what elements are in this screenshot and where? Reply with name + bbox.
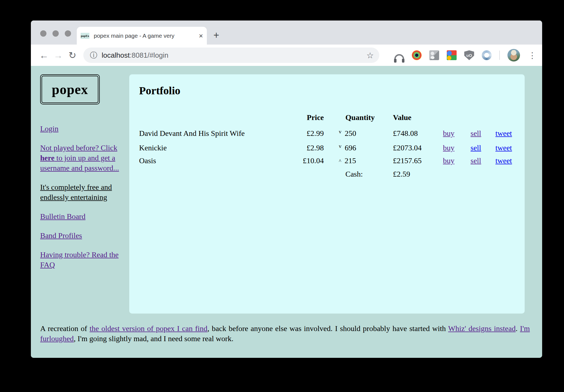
- browser-tab[interactable]: popEx popex main page - A game very ×: [77, 27, 207, 45]
- buy-link[interactable]: buy: [443, 127, 471, 140]
- band-name: Oasis: [139, 154, 282, 167]
- google-extension-icon[interactable]: [447, 50, 457, 60]
- quantity-cell: ^215: [324, 154, 393, 168]
- headphones-extension-icon[interactable]: [394, 54, 404, 60]
- portfolio-row: Oasis £10.04 ^215 £2157.65 buy sell twee…: [139, 154, 525, 168]
- browser-toolbar: ← → ↻ ⓘ localhost:8081/#login ☆ uO ⋮: [31, 45, 542, 66]
- sidebar-link-login[interactable]: Login: [40, 124, 58, 133]
- quantity-value: 250: [345, 129, 356, 138]
- header-value: Value: [393, 112, 443, 122]
- sidebar-link-join[interactable]: Not played before? Click here to join up…: [40, 144, 119, 172]
- price-trend-arrow: ^: [339, 155, 341, 168]
- popex-logo-text: popex: [52, 81, 88, 97]
- popex-logo[interactable]: popex: [40, 74, 100, 104]
- browser-window: popEx popex main page - A game very × + …: [31, 21, 542, 358]
- window-zoom-button[interactable]: [65, 30, 71, 37]
- reload-icon[interactable]: ↻: [65, 50, 80, 61]
- price-value: £2.99: [282, 127, 324, 140]
- footer-link-whiz-designs[interactable]: Whiz' designs instead: [448, 324, 516, 333]
- header-price: Price: [282, 112, 324, 122]
- popex-logo-border: popex: [42, 76, 98, 103]
- tweet-link[interactable]: tweet: [495, 141, 525, 154]
- url-path: :8081/#login: [130, 51, 169, 59]
- quantity-cell: v250: [324, 125, 393, 140]
- portfolio-title: Portfolio: [139, 84, 525, 97]
- portfolio-row: David Devant And His Spirit Wife £2.99 v…: [139, 125, 525, 140]
- tab-close-icon[interactable]: ×: [199, 32, 203, 39]
- tweet-link[interactable]: tweet: [495, 127, 525, 140]
- profile-avatar[interactable]: [507, 49, 520, 62]
- value-amount: £748.08: [393, 127, 443, 140]
- swirl-extension-icon[interactable]: [482, 50, 492, 60]
- url-host: localhost: [102, 51, 130, 59]
- portfolio-row: Kenickie £2.98 v696 £2073.04 buy sell tw…: [139, 140, 525, 154]
- quantity-cell: v696: [324, 140, 393, 154]
- browser-menu-icon[interactable]: ⋮: [528, 51, 536, 60]
- new-tab-button[interactable]: +: [213, 29, 219, 42]
- grey-google-extension-icon[interactable]: [429, 50, 439, 60]
- titlebar: popEx popex main page - A game very × +: [31, 21, 542, 45]
- sidebar: popex Login Not played before? Click her…: [40, 74, 122, 279]
- sell-link[interactable]: sell: [471, 154, 495, 167]
- price-value: £2.98: [282, 141, 324, 154]
- forward-icon[interactable]: →: [51, 50, 65, 61]
- price-trend-arrow: v: [339, 140, 342, 153]
- favicon-icon: popEx: [81, 33, 89, 39]
- window-minimize-button[interactable]: [52, 30, 59, 37]
- sell-link[interactable]: sell: [471, 127, 495, 140]
- buy-link[interactable]: buy: [443, 154, 471, 167]
- portfolio-panel: Portfolio Price Quantity Value David Dev…: [129, 74, 525, 314]
- sell-link[interactable]: sell: [471, 141, 495, 154]
- buy-link[interactable]: buy: [443, 141, 471, 154]
- join-text-pre: Not played before? Click: [40, 144, 117, 152]
- footer-text: , back before anyone else was involved. …: [207, 324, 448, 333]
- toolbar-divider: [499, 51, 500, 60]
- price-value: £10.04: [282, 154, 324, 167]
- quantity-value: 696: [345, 144, 356, 152]
- footer-text: .: [516, 324, 520, 333]
- footer-text: A recreation of: [40, 324, 90, 333]
- sidebar-link-free[interactable]: It's completely free and endlessly enter…: [40, 183, 112, 201]
- url-text: localhost:8081/#login: [102, 51, 168, 60]
- cash-value: £2.59: [393, 168, 443, 180]
- cash-row: Cash: £2.59: [139, 168, 525, 180]
- cash-label: Cash:: [324, 168, 393, 180]
- eye-extension-icon[interactable]: [412, 50, 422, 60]
- join-text-here: here: [40, 154, 54, 162]
- header-quantity: Quantity: [324, 112, 393, 122]
- address-bar[interactable]: ⓘ localhost:8081/#login ☆: [83, 48, 379, 63]
- band-name: Kenickie: [139, 141, 282, 154]
- value-amount: £2073.04: [393, 141, 443, 154]
- bookmark-star-icon[interactable]: ☆: [366, 51, 374, 60]
- tweet-link[interactable]: tweet: [495, 154, 525, 167]
- price-trend-arrow: v: [339, 125, 342, 138]
- quantity-value: 215: [345, 156, 356, 165]
- footer-link-oldest-popex[interactable]: the oldest version of popex I can find: [90, 324, 207, 333]
- portfolio-header-row: Price Quantity Value: [139, 112, 525, 122]
- portfolio-table: Price Quantity Value David Devant And Hi…: [139, 112, 525, 180]
- ublock-shield-icon[interactable]: uO: [464, 50, 474, 60]
- extensions-area: uO ⋮: [394, 45, 536, 66]
- value-amount: £2157.65: [393, 154, 443, 167]
- sidebar-link-faq[interactable]: Having trouble? Read the FAQ: [40, 250, 119, 269]
- sidebar-link-bulletin-board[interactable]: Bulletin Board: [40, 212, 86, 221]
- band-name: David Devant And His Spirit Wife: [139, 127, 282, 140]
- footer-text: , I'm going slightly mad, and I need som…: [74, 334, 233, 343]
- page-content: popex Login Not played before? Click her…: [31, 66, 542, 358]
- tab-title: popex main page - A game very: [94, 33, 197, 39]
- back-icon[interactable]: ←: [37, 50, 51, 61]
- site-info-icon[interactable]: ⓘ: [90, 50, 97, 60]
- window-close-button[interactable]: [40, 30, 46, 37]
- footer-note: A recreation of the oldest version of po…: [40, 323, 530, 344]
- sidebar-link-band-profiles[interactable]: Band Profiles: [40, 231, 82, 240]
